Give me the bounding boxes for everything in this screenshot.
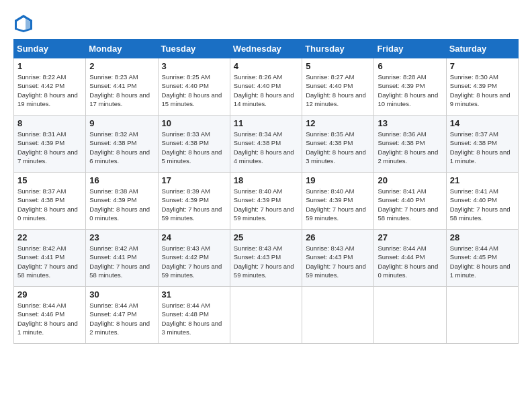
day-number: 18 [234,175,298,185]
day-number: 25 [234,232,298,242]
day-cell: 4Sunrise: 8:26 AMSunset: 4:40 PMDaylight… [230,58,302,116]
day-info: Sunrise: 8:44 AMSunset: 4:46 PMDaylight:… [17,301,82,336]
day-number: 14 [450,118,515,128]
day-info: Sunrise: 8:33 AMSunset: 4:38 PMDaylight:… [162,130,226,165]
day-cell: 2Sunrise: 8:23 AMSunset: 4:41 PMDaylight… [86,58,158,116]
day-number: 10 [162,118,226,128]
day-info: Sunrise: 8:42 AMSunset: 4:41 PMDaylight:… [17,244,82,279]
day-cell [230,287,302,344]
day-cell: 22Sunrise: 8:42 AMSunset: 4:41 PMDayligh… [14,230,86,287]
day-cell: 20Sunrise: 8:41 AMSunset: 4:40 PMDayligh… [374,173,446,230]
day-info: Sunrise: 8:28 AMSunset: 4:39 PMDaylight:… [378,73,442,108]
week-row-2: 8Sunrise: 8:31 AMSunset: 4:39 PMDaylight… [14,116,519,173]
calendar-table: SundayMondayTuesdayWednesdayThursdayFrid… [13,39,519,344]
week-row-4: 22Sunrise: 8:42 AMSunset: 4:41 PMDayligh… [14,230,519,287]
calendar-header: SundayMondayTuesdayWednesdayThursdayFrid… [14,40,519,58]
day-info: Sunrise: 8:36 AMSunset: 4:38 PMDaylight:… [378,130,442,165]
day-cell: 29Sunrise: 8:44 AMSunset: 4:46 PMDayligh… [14,287,86,344]
day-cell: 16Sunrise: 8:38 AMSunset: 4:39 PMDayligh… [86,173,158,230]
day-cell: 30Sunrise: 8:44 AMSunset: 4:47 PMDayligh… [86,287,158,344]
day-number: 23 [89,232,154,242]
day-cell: 9Sunrise: 8:32 AMSunset: 4:38 PMDaylight… [86,116,158,173]
day-cell: 25Sunrise: 8:43 AMSunset: 4:43 PMDayligh… [230,230,302,287]
day-number: 20 [378,175,442,185]
day-cell: 27Sunrise: 8:44 AMSunset: 4:44 PMDayligh… [374,230,446,287]
day-info: Sunrise: 8:44 AMSunset: 4:48 PMDaylight:… [162,301,226,336]
day-cell: 7Sunrise: 8:30 AMSunset: 4:39 PMDaylight… [446,58,518,116]
day-info: Sunrise: 8:35 AMSunset: 4:38 PMDaylight:… [306,130,370,165]
day-cell: 31Sunrise: 8:44 AMSunset: 4:48 PMDayligh… [158,287,230,344]
day-number: 19 [306,175,370,185]
day-info: Sunrise: 8:27 AMSunset: 4:40 PMDaylight:… [306,73,370,108]
day-info: Sunrise: 8:42 AMSunset: 4:41 PMDaylight:… [89,244,154,279]
col-monday: Monday [86,40,158,58]
day-cell: 26Sunrise: 8:43 AMSunset: 4:43 PMDayligh… [302,230,374,287]
day-cell [446,287,518,344]
day-info: Sunrise: 8:44 AMSunset: 4:45 PMDaylight:… [450,244,515,279]
day-number: 17 [162,175,226,185]
day-number: 28 [450,232,515,242]
calendar-body: 1Sunrise: 8:22 AMSunset: 4:42 PMDaylight… [14,58,519,344]
page-header [13,13,519,34]
day-cell: 11Sunrise: 8:34 AMSunset: 4:38 PMDayligh… [230,116,302,173]
day-number: 29 [17,289,82,300]
day-cell [302,287,374,344]
day-info: Sunrise: 8:32 AMSunset: 4:38 PMDaylight:… [89,130,154,165]
day-cell: 3Sunrise: 8:25 AMSunset: 4:40 PMDaylight… [158,58,230,116]
day-number: 4 [234,61,298,71]
day-info: Sunrise: 8:44 AMSunset: 4:44 PMDaylight:… [378,244,442,279]
day-number: 15 [17,175,82,185]
day-number: 2 [89,61,154,71]
col-friday: Friday [374,40,446,58]
day-info: Sunrise: 8:26 AMSunset: 4:40 PMDaylight:… [234,73,298,108]
day-cell: 24Sunrise: 8:43 AMSunset: 4:42 PMDayligh… [158,230,230,287]
day-number: 8 [17,118,82,128]
day-cell: 6Sunrise: 8:28 AMSunset: 4:39 PMDaylight… [374,58,446,116]
day-number: 11 [234,118,298,128]
week-row-1: 1Sunrise: 8:22 AMSunset: 4:42 PMDaylight… [14,58,519,116]
day-number: 24 [162,232,226,242]
day-cell: 23Sunrise: 8:42 AMSunset: 4:41 PMDayligh… [86,230,158,287]
col-saturday: Saturday [446,40,518,58]
day-info: Sunrise: 8:43 AMSunset: 4:42 PMDaylight:… [162,244,226,279]
day-cell: 5Sunrise: 8:27 AMSunset: 4:40 PMDaylight… [302,58,374,116]
day-number: 27 [378,232,442,242]
day-info: Sunrise: 8:37 AMSunset: 4:38 PMDaylight:… [17,187,82,222]
week-row-5: 29Sunrise: 8:44 AMSunset: 4:46 PMDayligh… [14,287,519,344]
day-info: Sunrise: 8:41 AMSunset: 4:40 PMDaylight:… [450,187,515,222]
day-info: Sunrise: 8:43 AMSunset: 4:43 PMDaylight:… [306,244,370,279]
day-number: 31 [162,289,226,300]
day-info: Sunrise: 8:39 AMSunset: 4:39 PMDaylight:… [162,187,226,222]
day-cell: 8Sunrise: 8:31 AMSunset: 4:39 PMDaylight… [14,116,86,173]
col-sunday: Sunday [14,40,86,58]
day-cell: 12Sunrise: 8:35 AMSunset: 4:38 PMDayligh… [302,116,374,173]
day-info: Sunrise: 8:43 AMSunset: 4:43 PMDaylight:… [234,244,298,279]
day-info: Sunrise: 8:23 AMSunset: 4:41 PMDaylight:… [89,73,154,108]
day-number: 13 [378,118,442,128]
day-number: 7 [450,61,515,71]
col-thursday: Thursday [302,40,374,58]
day-number: 3 [162,61,226,71]
day-cell: 18Sunrise: 8:40 AMSunset: 4:39 PMDayligh… [230,173,302,230]
day-number: 26 [306,232,370,242]
header-row: SundayMondayTuesdayWednesdayThursdayFrid… [14,40,519,58]
week-row-3: 15Sunrise: 8:37 AMSunset: 4:38 PMDayligh… [14,173,519,230]
col-tuesday: Tuesday [158,40,230,58]
day-cell: 15Sunrise: 8:37 AMSunset: 4:38 PMDayligh… [14,173,86,230]
day-cell: 13Sunrise: 8:36 AMSunset: 4:38 PMDayligh… [374,116,446,173]
day-cell: 1Sunrise: 8:22 AMSunset: 4:42 PMDaylight… [14,58,86,116]
day-info: Sunrise: 8:31 AMSunset: 4:39 PMDaylight:… [17,130,82,165]
day-number: 30 [89,289,154,300]
logo-icon [13,13,34,34]
day-cell: 14Sunrise: 8:37 AMSunset: 4:38 PMDayligh… [446,116,518,173]
day-info: Sunrise: 8:37 AMSunset: 4:38 PMDaylight:… [450,130,515,165]
logo [13,13,36,34]
day-info: Sunrise: 8:44 AMSunset: 4:47 PMDaylight:… [89,301,154,336]
day-info: Sunrise: 8:22 AMSunset: 4:42 PMDaylight:… [17,73,82,108]
day-number: 22 [17,232,82,242]
day-cell: 17Sunrise: 8:39 AMSunset: 4:39 PMDayligh… [158,173,230,230]
day-number: 21 [450,175,515,185]
day-info: Sunrise: 8:34 AMSunset: 4:38 PMDaylight:… [234,130,298,165]
day-number: 12 [306,118,370,128]
day-info: Sunrise: 8:40 AMSunset: 4:39 PMDaylight:… [234,187,298,222]
